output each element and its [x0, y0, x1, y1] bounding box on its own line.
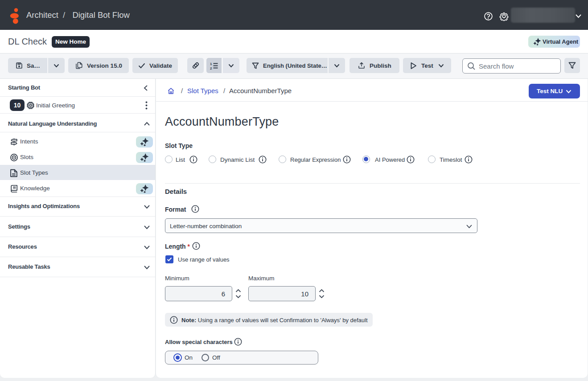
svg-text:1: 1	[210, 62, 212, 66]
svg-text:2: 2	[210, 66, 212, 70]
